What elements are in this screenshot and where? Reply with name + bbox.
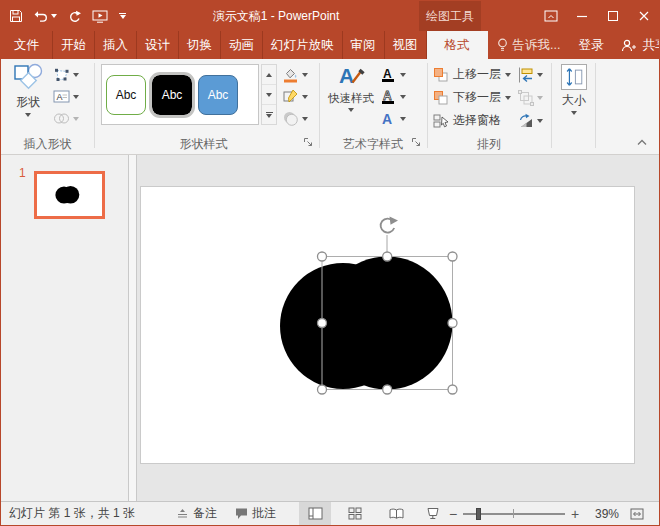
handle-top-middle[interactable] <box>383 252 392 261</box>
rotate-objects-button[interactable] <box>518 110 543 131</box>
size-icon <box>563 66 585 88</box>
minimize-button[interactable] <box>566 1 597 31</box>
notes-button[interactable]: 备注 <box>176 502 217 525</box>
black-oval-shape[interactable] <box>280 257 453 390</box>
sign-in-button[interactable]: 登录 <box>569 31 612 59</box>
handle-bottom-middle[interactable] <box>383 385 392 394</box>
maximize-button[interactable] <box>597 1 628 31</box>
lightbulb-icon <box>497 38 508 52</box>
zoom-in-button[interactable]: + <box>571 502 579 525</box>
merge-shapes-icon <box>53 112 70 125</box>
view-slideshow-button[interactable] <box>417 502 449 525</box>
pane-splitter[interactable] <box>128 155 137 501</box>
main-area: 1 <box>1 155 659 501</box>
rotate-objects-dropdown-icon <box>537 119 543 123</box>
start-slideshow-button[interactable] <box>92 10 108 23</box>
quick-styles-icon: A <box>338 62 365 89</box>
shapes-icon <box>12 62 44 92</box>
shapes-button[interactable]: 形状 <box>9 62 47 117</box>
quick-styles-button[interactable]: A 快速样式 <box>325 62 377 112</box>
shape-fill-button[interactable] <box>282 64 308 85</box>
tab-animations[interactable]: 动画 <box>221 31 263 59</box>
fit-to-window-button[interactable] <box>623 502 651 525</box>
tab-slideshow[interactable]: 幻灯片放映 <box>263 31 343 59</box>
group-objects-button <box>518 87 543 108</box>
zoom-out-button[interactable]: − <box>449 502 457 525</box>
text-effects-button[interactable]: A <box>379 108 406 129</box>
rotation-handle[interactable] <box>381 217 398 233</box>
tab-insert[interactable]: 插入 <box>95 31 137 59</box>
share-label: 共享 <box>642 37 660 54</box>
tell-me-button[interactable]: 告诉我... <box>488 31 570 59</box>
slide-canvas[interactable] <box>140 186 635 464</box>
shape-style-item-1[interactable]: Abc <box>106 75 146 115</box>
tab-design[interactable]: 设计 <box>137 31 179 59</box>
gallery-scroll-up-button[interactable] <box>262 65 276 85</box>
undo-button[interactable] <box>34 10 57 22</box>
selection-pane-button[interactable]: 选择窗格 <box>433 110 501 131</box>
status-slide-info[interactable]: 幻灯片 第 1 张，共 1 张 <box>9 502 135 525</box>
close-button[interactable] <box>628 1 659 31</box>
undo-dropdown-icon[interactable] <box>51 14 57 18</box>
gallery-scroll-down-button[interactable] <box>262 85 276 105</box>
ribbon-display-options-button[interactable] <box>535 1 566 31</box>
svg-text:A: A <box>57 92 63 102</box>
handle-bottom-right[interactable] <box>448 385 457 394</box>
group-divider <box>595 63 596 148</box>
text-outline-icon: A <box>379 88 397 105</box>
shape-style-item-2-selected[interactable]: Abc <box>152 75 192 115</box>
handle-top-left[interactable] <box>318 252 327 261</box>
tab-format[interactable]: 格式 <box>427 31 488 59</box>
send-backward-button[interactable]: 下移一层 <box>433 87 511 108</box>
tab-review[interactable]: 审阅 <box>343 31 385 59</box>
collapse-ribbon-button[interactable] <box>633 135 651 149</box>
group-divider <box>94 63 95 148</box>
save-button[interactable] <box>9 9 23 23</box>
text-box-button[interactable]: A <box>53 86 79 107</box>
view-normal-button[interactable] <box>299 502 331 525</box>
size-group-button[interactable]: 大小 <box>557 64 591 115</box>
handle-top-right[interactable] <box>448 252 457 261</box>
view-slide-sorter-icon <box>348 507 362 520</box>
text-outline-button[interactable]: A <box>379 86 406 107</box>
tab-home[interactable]: 开始 <box>53 31 95 59</box>
status-bar: 幻灯片 第 1 张，共 1 张 备注 批注 − + 39% <box>1 501 659 525</box>
bring-forward-button[interactable]: 上移一层 <box>433 64 511 85</box>
insert-shapes-group-label: 插入形状 <box>1 137 94 151</box>
tab-file[interactable]: 文件 <box>1 31 53 59</box>
handle-bottom-left[interactable] <box>318 385 327 394</box>
zoom-slider-thumb[interactable] <box>476 508 481 520</box>
gallery-more-button[interactable] <box>262 105 276 125</box>
context-tool-tab[interactable]: 绘图工具 <box>419 1 481 31</box>
shape-outline-button[interactable] <box>282 86 308 107</box>
bring-forward-icon <box>433 67 449 83</box>
title-bar: 演示文稿1 - PowerPoint 绘图工具 <box>1 1 659 31</box>
group-objects-dropdown-icon <box>537 96 543 100</box>
quick-access-toolbar <box>9 1 126 31</box>
slide-thumbnail[interactable] <box>34 171 105 219</box>
quick-styles-dropdown-icon <box>348 108 354 112</box>
view-slide-sorter-button[interactable] <box>339 502 371 525</box>
edit-shape-icon <box>53 67 70 83</box>
tab-transitions[interactable]: 切换 <box>179 31 221 59</box>
shape-effects-button[interactable] <box>282 108 308 129</box>
text-box-dropdown-icon <box>73 95 79 99</box>
shape-style-item-3[interactable]: Abc <box>198 75 238 115</box>
text-fill-button[interactable]: A <box>379 64 406 85</box>
selection-pane-icon <box>433 113 449 129</box>
edit-shape-button[interactable] <box>53 64 79 85</box>
redo-button[interactable] <box>68 10 81 23</box>
tab-view[interactable]: 视图 <box>385 31 427 59</box>
align-button[interactable] <box>518 64 543 85</box>
handle-middle-left[interactable] <box>318 319 327 328</box>
qat-customize-button[interactable] <box>119 13 126 19</box>
handle-middle-right[interactable] <box>448 319 457 328</box>
rotate-objects-icon <box>518 113 534 129</box>
zoom-level[interactable]: 39% <box>589 502 619 525</box>
undo-icon <box>34 10 48 22</box>
slide-number: 1 <box>19 166 26 180</box>
view-reading-button[interactable] <box>380 502 412 525</box>
ribbon: 形状 A 插入形状 Abc Abc Abc <box>1 59 659 155</box>
comments-button[interactable]: 批注 <box>235 502 276 525</box>
share-button[interactable]: 共享 <box>612 31 660 59</box>
